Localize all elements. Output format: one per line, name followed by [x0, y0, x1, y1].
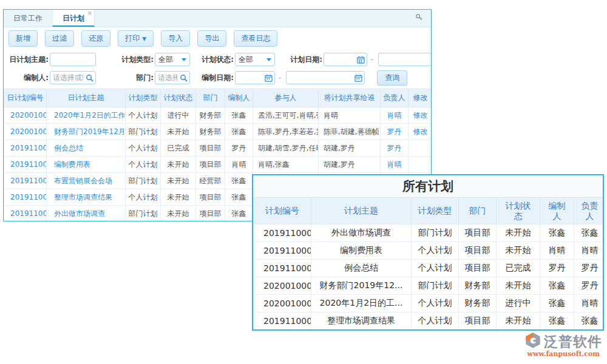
tab-daily-plan[interactable]: 日计划 × — [52, 10, 95, 27]
cell: 肖晴 — [540, 242, 574, 260]
cell-link[interactable]: 外出做市场调查 — [47, 206, 126, 222]
cell: 罗丹 — [225, 140, 253, 157]
cell: 张鑫 — [225, 173, 253, 189]
calendar-icon[interactable] — [357, 56, 365, 64]
column-header: 日计划编号 — [4, 89, 47, 107]
date-range-separator: - — [279, 73, 281, 82]
cell: 项目部 — [196, 206, 225, 222]
column-header: 将计划共享给谁 — [319, 89, 381, 107]
column-header: 计划状态 — [161, 89, 196, 107]
create-date-to-input[interactable] — [287, 72, 354, 84]
table-row: 2019110004编制费用表个人计划项目部未开始肖晴肖晴 — [254, 242, 605, 260]
cell: 胡建,罗丹 — [319, 140, 381, 157]
cell-link[interactable]: 布置营销展会会场 — [47, 173, 126, 189]
filter-button[interactable]: 过滤 — [45, 30, 74, 47]
restore-button[interactable]: 还原 — [81, 30, 110, 47]
cell: 未开始 — [161, 206, 196, 222]
type-select[interactable]: 全部 — [155, 53, 190, 66]
cell: 未开始 — [497, 277, 540, 295]
plan-date-to-input[interactable] — [379, 53, 431, 66]
plan-date-from-input[interactable] — [324, 53, 357, 66]
cell: 张鑫 — [540, 277, 574, 295]
calendar-icon[interactable] — [265, 74, 273, 82]
type-label: 计划类型: — [96, 55, 154, 65]
cell: 经营部 — [196, 173, 225, 189]
create-date-to[interactable] — [286, 71, 365, 84]
cell-link[interactable]: 罗丹 — [381, 140, 409, 157]
cell-link[interactable]: 整理市场调查结果 — [47, 189, 126, 206]
cell-link[interactable]: 2019110005 — [4, 140, 47, 157]
add-button[interactable]: 新增 — [8, 30, 38, 47]
cell-link[interactable]: 2020010001 — [4, 124, 47, 140]
create-date-from-input[interactable] — [236, 72, 265, 84]
cell-link[interactable]: 2020010002 — [4, 107, 47, 124]
column-header: 部门 — [459, 198, 497, 224]
export-button[interactable]: 导出 — [197, 30, 226, 47]
column-header: 负责人 — [574, 198, 605, 224]
column-header: 负责人 — [381, 89, 409, 107]
cell: 张鑫 — [574, 312, 605, 330]
cell: 财务部 — [459, 295, 497, 312]
cell-link[interactable]: 肖晴 — [381, 107, 409, 124]
cell-link[interactable]: 罗丹 — [381, 124, 409, 140]
dept-label: 部门: — [96, 73, 154, 83]
cell: 张鑫 — [225, 107, 253, 124]
plan-date-to[interactable] — [378, 53, 432, 66]
cell-link[interactable]: 2019110003 — [4, 173, 47, 189]
creator-input[interactable] — [50, 72, 86, 84]
cell: 个人计划 — [412, 312, 459, 330]
chevron-down-icon — [181, 58, 186, 64]
table-row: 2019110004编制费用表个人计划未开始项目部肖晴肖晴,张鑫胡建,罗丹肖晴 — [4, 157, 432, 173]
cell: 项目部 — [196, 157, 225, 173]
all-plans-table: 计划编号计划主题计划类型部门计划状态编制人负责人 2019110001外出做市场… — [253, 197, 604, 330]
cell — [409, 140, 432, 157]
calendar-icon[interactable] — [354, 74, 362, 82]
view-log-button[interactable]: 查看日志 — [234, 30, 277, 47]
column-header: 计划状态 — [497, 198, 540, 224]
print-button[interactable]: 打印▼ — [118, 30, 154, 47]
cell-link[interactable]: 修改 — [409, 107, 432, 124]
create-date-from[interactable] — [235, 71, 275, 84]
cell-link[interactable]: 修改 — [409, 124, 432, 140]
close-icon[interactable]: × — [87, 10, 92, 16]
cell-link[interactable]: 例会总结 — [47, 140, 126, 157]
table-row: 2019110001外出做市场调查部门计划项目部未开始张鑫张鑫 — [254, 224, 605, 242]
cell: 2020010001 — [254, 277, 311, 295]
search-icon[interactable] — [180, 74, 188, 82]
status-select[interactable]: 全部 — [235, 53, 275, 66]
cell: 张鑫 — [540, 295, 574, 312]
cell-link[interactable]: 2019110004 — [4, 157, 47, 173]
dept-input[interactable] — [155, 72, 180, 84]
table-header-row: 计划编号计划主题计划类型部门计划状态编制人负责人 — [254, 198, 605, 224]
cell: 个人计划 — [126, 140, 161, 157]
cell: 进行中 — [497, 295, 540, 312]
tab-daily-work[interactable]: 日常工作 — [4, 10, 52, 27]
cell: 个人计划 — [412, 242, 459, 260]
cell: 个人计划 — [126, 157, 161, 173]
column-header: 计划主题 — [311, 198, 412, 224]
cell: 肖晴 — [319, 107, 381, 124]
cell: 罗丹 — [574, 260, 605, 277]
all-plans-window: 所有计划 计划编号计划主题计划类型部门计划状态编制人负责人 2019110001… — [252, 174, 604, 331]
cell: 孟浩,王可可,肖晴,张鑫 — [253, 107, 319, 124]
cell-link[interactable]: 2020年1月2日的工作日... — [47, 107, 126, 124]
import-button[interactable]: 导入 — [161, 30, 190, 47]
cell-link[interactable]: 2019110001 — [4, 206, 47, 222]
cell-link[interactable]: 肖晴 — [381, 157, 409, 173]
chevron-down-icon: ▼ — [142, 36, 146, 42]
subject-input[interactable] — [50, 53, 95, 66]
cell: 肖晴 — [574, 242, 605, 260]
query-button[interactable]: 查询 — [377, 70, 407, 86]
search-icon[interactable] — [86, 74, 93, 82]
status-label: 计划状态: — [190, 55, 234, 65]
cell: 张鑫 — [225, 206, 253, 222]
cell: 罗丹 — [574, 277, 605, 295]
dept-picker[interactable] — [155, 71, 190, 84]
creator-picker[interactable] — [50, 71, 96, 84]
cell-link[interactable]: 编制费用表 — [47, 157, 126, 173]
key-icon[interactable] — [415, 13, 424, 24]
cell: 部门计划 — [412, 224, 459, 242]
plan-date-from[interactable] — [324, 53, 367, 66]
cell-link[interactable]: 财务部门2019年12月的... — [47, 124, 126, 140]
cell-link[interactable]: 2019110002 — [4, 189, 47, 206]
